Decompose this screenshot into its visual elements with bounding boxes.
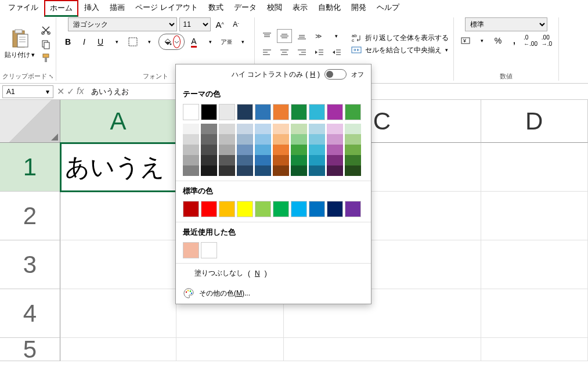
menu-draw[interactable]: 描画 <box>105 1 129 15</box>
borders-dropdown[interactable]: ▾ <box>142 35 156 49</box>
theme-tint-swatch[interactable] <box>345 145 361 155</box>
theme-tint-swatch[interactable] <box>309 155 325 165</box>
font-color-dropdown[interactable]: ▾ <box>203 35 217 49</box>
select-all-corner[interactable] <box>0 100 60 143</box>
increase-font-button[interactable]: A^ <box>213 17 227 31</box>
theme-tint-swatch[interactable] <box>273 155 289 165</box>
theme-tint-swatch[interactable] <box>237 145 253 155</box>
theme-tint-swatch[interactable] <box>345 124 361 134</box>
copy-icon[interactable] <box>41 39 51 49</box>
phonetic-dropdown[interactable]: ▾ <box>236 35 250 49</box>
theme-tint-swatch[interactable] <box>183 134 199 145</box>
recent-swatch[interactable] <box>183 242 199 258</box>
theme-tint-swatch[interactable] <box>237 134 253 145</box>
theme-swatch[interactable] <box>273 104 289 120</box>
high-contrast-toggle[interactable] <box>324 69 347 80</box>
theme-swatch[interactable] <box>255 104 271 120</box>
align-center-button[interactable] <box>277 45 292 59</box>
menu-help[interactable]: ヘルプ <box>372 1 404 15</box>
theme-tint-swatch[interactable] <box>219 134 235 145</box>
theme-tint-swatch[interactable] <box>237 165 253 176</box>
menu-insert[interactable]: 挿入 <box>80 1 104 15</box>
standard-swatch[interactable] <box>255 201 271 217</box>
increase-decimal-button[interactable]: .0←.00 <box>524 34 538 48</box>
merge-center-button[interactable]: セルを結合して中央揃え ▾ <box>351 45 449 55</box>
cell-d5[interactable] <box>481 338 589 361</box>
menu-view[interactable]: 表示 <box>288 1 312 15</box>
wrap-text-button[interactable]: abc 折り返して全体を表示する <box>351 33 449 43</box>
align-left-button[interactable] <box>259 45 275 59</box>
theme-tint-swatch[interactable] <box>309 134 325 145</box>
recent-swatch[interactable] <box>201 242 217 258</box>
standard-swatch[interactable] <box>327 201 343 217</box>
theme-tint-swatch[interactable] <box>201 134 217 145</box>
standard-swatch[interactable] <box>237 201 253 217</box>
decrease-indent-button[interactable] <box>312 45 327 59</box>
function-button[interactable]: fx <box>77 86 84 97</box>
cell-c5[interactable] <box>284 338 481 361</box>
menu-formulas[interactable]: 数式 <box>204 1 228 15</box>
theme-tint-swatch[interactable] <box>201 165 217 176</box>
cell-a1[interactable]: あいうえ <box>60 143 176 192</box>
percent-button[interactable]: % <box>491 34 505 48</box>
font-name-select[interactable]: 游ゴシック <box>68 17 177 31</box>
align-right-button[interactable] <box>294 45 309 59</box>
cell-d4[interactable] <box>481 289 589 338</box>
theme-tint-swatch[interactable] <box>291 145 307 155</box>
theme-tint-swatch[interactable] <box>273 134 289 145</box>
row-header-5[interactable]: 5 <box>0 338 60 361</box>
cell-a5[interactable] <box>60 338 176 361</box>
theme-swatch[interactable] <box>309 104 325 120</box>
font-color-button[interactable]: A <box>187 35 201 49</box>
bold-button[interactable]: B <box>61 35 75 49</box>
italic-button[interactable]: I <box>77 35 91 49</box>
theme-tint-swatch[interactable] <box>183 155 199 165</box>
theme-tint-swatch[interactable] <box>183 165 199 176</box>
theme-tint-swatch[interactable] <box>255 124 271 134</box>
cell-d3[interactable] <box>481 240 589 289</box>
align-top-button[interactable] <box>259 29 275 43</box>
cell-b5[interactable] <box>176 338 284 361</box>
theme-swatch[interactable] <box>201 104 217 120</box>
orientation-dropdown[interactable]: ▾ <box>329 29 343 43</box>
theme-tint-swatch[interactable] <box>201 145 217 155</box>
theme-tint-swatch[interactable] <box>201 124 217 134</box>
borders-button[interactable] <box>126 35 140 49</box>
theme-tint-swatch[interactable] <box>327 165 343 176</box>
orientation-button[interactable]: ≫ <box>312 29 327 43</box>
menu-pagelayout[interactable]: ページ レイアウト <box>131 1 203 15</box>
theme-tint-swatch[interactable] <box>219 165 235 176</box>
align-middle-button[interactable] <box>277 29 292 43</box>
accounting-format-button[interactable]: ¥ <box>459 34 472 48</box>
standard-swatch[interactable] <box>219 201 235 217</box>
col-header-a[interactable]: A <box>60 100 176 143</box>
theme-tint-swatch[interactable] <box>345 134 361 145</box>
theme-tint-swatch[interactable] <box>255 145 271 155</box>
decrease-decimal-button[interactable]: .00→.0 <box>540 34 554 48</box>
standard-swatch[interactable] <box>273 201 289 217</box>
theme-tint-swatch[interactable] <box>273 165 289 176</box>
theme-tint-swatch[interactable] <box>237 155 253 165</box>
theme-tint-swatch[interactable] <box>345 165 361 176</box>
formula-bar[interactable]: あいうえお <box>87 85 133 98</box>
cancel-formula-button[interactable]: ✕ <box>57 86 64 97</box>
theme-tint-swatch[interactable] <box>237 124 253 134</box>
theme-swatch[interactable] <box>183 104 199 120</box>
comma-button[interactable]: , <box>507 34 521 48</box>
format-painter-icon[interactable] <box>41 53 51 63</box>
number-format-select[interactable]: 標準 <box>465 17 547 31</box>
theme-tint-swatch[interactable] <box>309 124 325 134</box>
menu-automate[interactable]: 自動化 <box>313 1 345 15</box>
theme-tint-swatch[interactable] <box>255 134 271 145</box>
theme-tint-swatch[interactable] <box>291 134 307 145</box>
standard-swatch[interactable] <box>345 201 361 217</box>
theme-tint-swatch[interactable] <box>219 155 235 165</box>
theme-tint-swatch[interactable] <box>327 145 343 155</box>
standard-swatch[interactable] <box>291 201 307 217</box>
cell-a2[interactable] <box>60 192 176 240</box>
theme-tint-swatch[interactable] <box>291 165 307 176</box>
standard-swatch[interactable] <box>201 201 217 217</box>
paste-button[interactable]: 貼り付け▾ <box>5 28 35 59</box>
theme-swatch[interactable] <box>327 104 343 120</box>
theme-tint-swatch[interactable] <box>291 124 307 134</box>
